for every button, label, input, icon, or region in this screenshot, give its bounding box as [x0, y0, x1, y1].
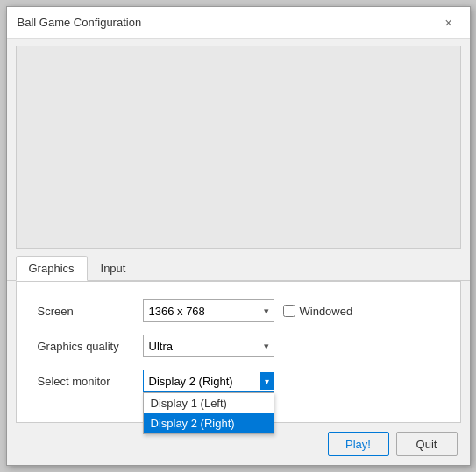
- title-bar: Ball Game Configuration ×: [7, 7, 470, 39]
- monitor-dropdown-trigger[interactable]: Display 2 (Right) ▾: [143, 370, 274, 392]
- close-button[interactable]: ×: [438, 12, 459, 33]
- monitor-dropdown-menu: Display 1 (Left) Display 2 (Right): [143, 392, 274, 434]
- graphics-quality-control: Low Medium High Ultra: [143, 335, 439, 357]
- tab-graphics[interactable]: Graphics: [16, 256, 88, 281]
- tabs-bar: Graphics Input: [7, 256, 470, 281]
- dialog-title: Ball Game Configuration: [18, 16, 142, 29]
- graphics-quality-select[interactable]: Low Medium High Ultra: [143, 335, 274, 357]
- screen-label: Screen: [38, 305, 143, 318]
- monitor-selected-value: Display 2 (Right): [149, 375, 233, 388]
- screen-row: Screen 800 x 600 1024 x 768 1280 x 720 1…: [38, 299, 439, 322]
- dialog: Ball Game Configuration × Graphics Input…: [6, 6, 471, 466]
- screen-control: 800 x 600 1024 x 768 1280 x 720 1366 x 7…: [143, 299, 439, 322]
- select-monitor-control: Display 2 (Right) ▾ Display 1 (Left) Dis…: [143, 370, 439, 392]
- screen-select[interactable]: 800 x 600 1024 x 768 1280 x 720 1366 x 7…: [143, 299, 274, 322]
- monitor-option-1[interactable]: Display 1 (Left): [144, 393, 274, 413]
- monitor-option-2[interactable]: Display 2 (Right): [144, 413, 274, 433]
- select-monitor-label: Select monitor: [38, 375, 143, 388]
- graphics-quality-select-wrapper[interactable]: Low Medium High Ultra: [143, 335, 274, 357]
- preview-area: [16, 46, 461, 249]
- windowed-label[interactable]: Windowed: [283, 305, 353, 318]
- screen-select-wrapper[interactable]: 800 x 600 1024 x 768 1280 x 720 1366 x 7…: [143, 299, 274, 322]
- windowed-text: Windowed: [300, 305, 353, 318]
- tab-content: Screen 800 x 600 1024 x 768 1280 x 720 1…: [16, 281, 461, 423]
- quit-button[interactable]: Quit: [396, 432, 458, 456]
- play-button[interactable]: Play!: [328, 432, 389, 456]
- graphics-quality-row: Graphics quality Low Medium High Ultra: [38, 335, 439, 357]
- graphics-quality-label: Graphics quality: [38, 340, 143, 353]
- monitor-dropdown[interactable]: Display 2 (Right) ▾ Display 1 (Left) Dis…: [143, 370, 274, 392]
- select-monitor-row: Select monitor Display 2 (Right) ▾ Displ…: [38, 370, 439, 392]
- tab-input[interactable]: Input: [88, 256, 139, 281]
- monitor-dropdown-arrow-icon: ▾: [260, 372, 274, 390]
- windowed-checkbox[interactable]: [283, 305, 295, 317]
